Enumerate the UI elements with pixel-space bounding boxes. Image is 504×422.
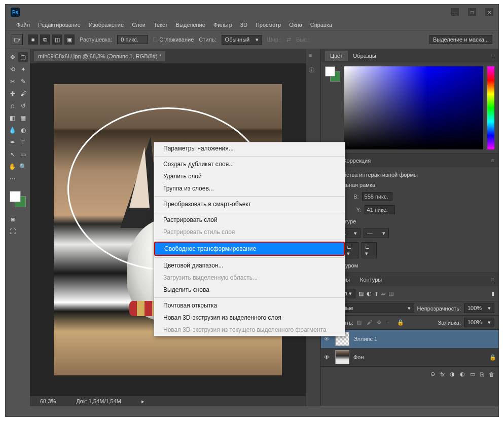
ctx-item[interactable]: Удалить слой: [154, 170, 345, 182]
fill-input[interactable]: 100%▾: [464, 318, 494, 327]
lock-transparency-icon[interactable]: ▨: [356, 319, 364, 326]
filter-smart-icon[interactable]: ◫: [388, 290, 393, 297]
menu-3d[interactable]: 3D: [237, 21, 250, 29]
menu-file[interactable]: Файл: [13, 21, 33, 29]
ctx-item[interactable]: Группа из слоев...: [154, 182, 345, 195]
swatches-tab[interactable]: Образцы: [348, 51, 381, 61]
blur-tool[interactable]: 💧: [8, 125, 17, 135]
layer-name[interactable]: Фон: [353, 354, 485, 360]
visibility-icon[interactable]: 👁: [324, 354, 331, 360]
panel-menu-icon[interactable]: ≡: [491, 277, 494, 283]
marquee-preset-icon[interactable]: ▢▾: [12, 34, 23, 45]
lasso-tool[interactable]: ⟲: [8, 64, 17, 74]
layer-ellipse[interactable]: 👁 Эллипс 1: [321, 330, 498, 348]
screenmode-tool[interactable]: ⛶: [8, 226, 18, 237]
layer-mask-icon[interactable]: ◑: [450, 371, 455, 377]
feather-input[interactable]: 0 пикс.: [117, 35, 148, 44]
group-icon[interactable]: ▭: [470, 371, 475, 377]
brush-tool[interactable]: 🖌: [18, 89, 28, 99]
style-select[interactable]: Обычный▾: [222, 35, 262, 45]
lock-artboard-icon[interactable]: ▫: [387, 319, 394, 326]
gradient-tool[interactable]: ▦: [18, 113, 28, 123]
selection-subtract-icon[interactable]: ◫: [52, 34, 62, 45]
ctx-item[interactable]: Выделить снова: [154, 284, 345, 296]
panel-menu-icon[interactable]: ≡: [491, 158, 494, 164]
filter-shape-icon[interactable]: ▱: [381, 290, 385, 297]
ctx-item[interactable]: Создать дубликат слоя...: [154, 158, 345, 170]
opacity-input[interactable]: 100%▾: [464, 303, 494, 313]
new-layer-icon[interactable]: ⎘: [480, 371, 484, 377]
selection-intersect-icon[interactable]: ▣: [64, 34, 75, 45]
move-tool[interactable]: ✥: [8, 52, 17, 62]
shape-tool[interactable]: ▭: [18, 149, 28, 160]
link-layers-icon[interactable]: ⊖: [430, 371, 435, 377]
zoom-tool[interactable]: 🔍: [18, 162, 28, 172]
filter-adjust-icon[interactable]: ◐: [367, 290, 372, 297]
selection-new-icon[interactable]: ■: [28, 34, 38, 45]
menu-window[interactable]: Окно: [286, 21, 305, 29]
edit-toolbar[interactable]: ⋯: [8, 174, 18, 184]
color-swatch[interactable]: [10, 191, 26, 207]
lock-position-icon[interactable]: ✥: [377, 319, 384, 326]
selection-add-icon[interactable]: ⧉: [40, 34, 50, 45]
menu-help[interactable]: Справка: [307, 21, 335, 29]
layer-name[interactable]: Эллипс 1: [353, 336, 495, 342]
info-icon[interactable]: ⓘ: [309, 66, 318, 75]
pen-tool[interactable]: ✒: [8, 137, 17, 147]
eyedropper-tool[interactable]: ✎: [18, 76, 28, 87]
color-picker[interactable]: [344, 66, 483, 149]
ctx-item[interactable]: Преобразовать в смарт-объект: [154, 198, 345, 210]
eraser-tool[interactable]: ◧: [8, 113, 17, 123]
color-foreground-swatch[interactable]: [325, 66, 340, 82]
panel-menu-icon[interactable]: ≡: [491, 53, 494, 59]
crop-tool[interactable]: ✂: [8, 76, 17, 87]
stroke-style-select[interactable]: —▾: [364, 228, 389, 238]
color-tab[interactable]: Цвет: [325, 51, 348, 61]
ctx-item[interactable]: Цветовой диапазон...: [154, 259, 345, 272]
zoom-level[interactable]: 68,3%: [40, 398, 56, 404]
stamp-tool[interactable]: ⎌: [8, 101, 17, 111]
w-input[interactable]: 558 пикс.: [362, 192, 392, 201]
close-button[interactable]: ✕: [485, 8, 493, 16]
ctx-item[interactable]: Растрировать слой: [154, 214, 345, 226]
menu-layer[interactable]: Слои: [129, 21, 149, 29]
statusbar-arrow-icon[interactable]: ▸: [141, 398, 145, 405]
history-icon[interactable]: ≡: [309, 52, 318, 61]
lock-all-icon[interactable]: 🔒: [397, 319, 404, 326]
layer-background[interactable]: 👁 Фон 🔒: [321, 348, 498, 366]
dodge-tool[interactable]: ◐: [18, 125, 28, 135]
path-tool[interactable]: ↖: [8, 149, 17, 160]
menu-type[interactable]: Текст: [151, 21, 171, 29]
quickmask-tool[interactable]: ◙: [8, 214, 18, 224]
menu-select[interactable]: Выделение: [173, 21, 208, 29]
menu-image[interactable]: Изображение: [86, 21, 127, 29]
ctx-item[interactable]: Свободное трансформирование: [154, 242, 345, 256]
maximize-button[interactable]: □: [468, 8, 476, 16]
stroke-caps-select[interactable]: ⊏ ▾: [343, 242, 358, 258]
marquee-tool[interactable]: ▢: [18, 52, 28, 62]
wand-tool[interactable]: ✦: [18, 64, 28, 74]
menu-view[interactable]: Просмотр: [253, 21, 284, 29]
ctx-item[interactable]: Параметры наложения...: [154, 142, 345, 155]
menu-edit[interactable]: Редактирование: [35, 21, 84, 29]
delete-layer-icon[interactable]: 🗑: [489, 371, 494, 377]
filter-image-icon[interactable]: ▨: [358, 290, 364, 297]
filter-type-icon[interactable]: T: [375, 291, 378, 297]
adjustment-layer-icon[interactable]: ◐: [460, 371, 465, 377]
stroke-corners-select[interactable]: ⊏ ▾: [362, 242, 377, 258]
layer-fx-icon[interactable]: fx: [440, 371, 445, 377]
y-input[interactable]: 41 пикс.: [365, 205, 395, 214]
minimize-button[interactable]: —: [451, 8, 459, 16]
hand-tool[interactable]: ✋: [8, 162, 17, 172]
document-tab[interactable]: mIh09iC8x6U.jpg @ 68,3% (Эллипс 1, RGB/8…: [34, 51, 165, 61]
paths-tab[interactable]: Контуры: [355, 275, 387, 285]
ctx-item[interactable]: Почтовая открытка: [154, 299, 345, 312]
history-brush-tool[interactable]: ↺: [18, 101, 28, 111]
lock-image-icon[interactable]: 🖌: [367, 319, 374, 326]
type-tool[interactable]: T: [18, 137, 28, 147]
ctx-item[interactable]: Новая 3D-экструзия из выделенного слоя: [154, 312, 345, 324]
select-and-mask-button[interactable]: Выделение и маска...: [429, 35, 492, 44]
hue-slider[interactable]: [487, 66, 494, 149]
visibility-icon[interactable]: 👁: [324, 336, 331, 342]
filter-toggle[interactable]: ▮: [491, 290, 494, 297]
